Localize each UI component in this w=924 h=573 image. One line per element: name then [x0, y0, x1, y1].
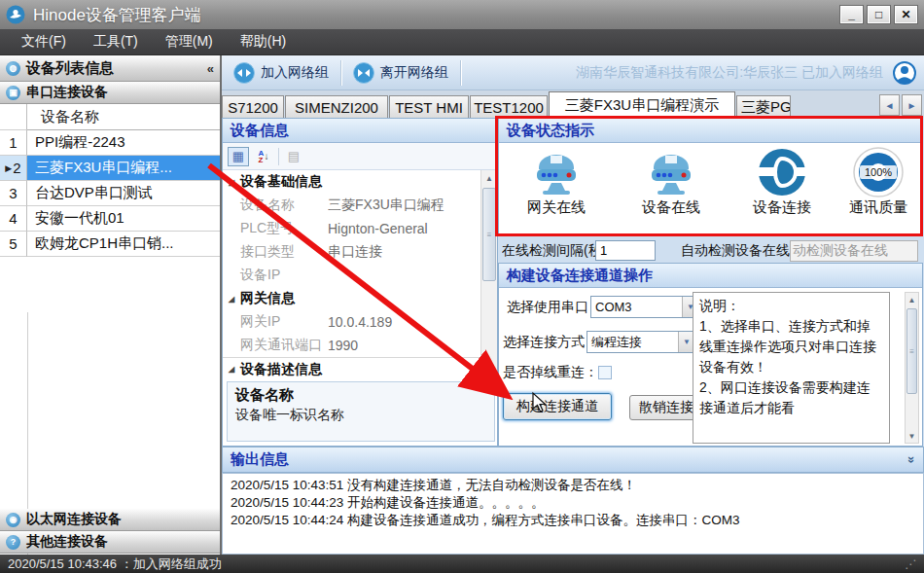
collapse-output-icon[interactable]: » [905, 456, 919, 463]
device-connect-icon [756, 147, 808, 197]
prop-interface-type[interactable]: 接口类型 串口连接 [223, 240, 480, 264]
menu-tools[interactable]: 工具(T) [82, 30, 150, 54]
channel-scrollbar[interactable]: ▲ ≡ ▼ [905, 292, 919, 444]
prop-plc-model[interactable]: PLC型号 Hignton-General [223, 217, 480, 240]
property-grid-toolbar: ▦ AZ↓ ▤ [223, 143, 497, 170]
scroll-down-icon[interactable]: ▼ [481, 362, 497, 377]
property-grid-scrollbar[interactable]: ▲ ≡ ▼ [480, 170, 497, 377]
status-bar-text: 2020/5/15 10:43:46 ：加入网络组成功 [8, 555, 222, 573]
join-network-icon [233, 62, 255, 84]
device-row-4[interactable]: 4 安徽一代机01 [0, 206, 220, 232]
tab-simenzi200[interactable]: SIMENZI200 [285, 95, 388, 118]
user-avatar-icon[interactable] [893, 61, 916, 85]
property-pages-icon: ▤ [283, 147, 304, 166]
maximize-button[interactable]: □ [867, 5, 891, 24]
log-line: 2020/5/15 10:43:51 没有构建连接通道，无法自动检测设备是否在线… [231, 477, 915, 494]
gateway-online-icon [528, 147, 585, 197]
device-info-panel: 设备信息 ▦ AZ↓ ▤ ◢ 设备基础信息 设备名称 三菱FX3U串口编程 PL… [222, 118, 498, 447]
category-expander-icon: ◢ [223, 178, 240, 187]
serial-port-row: 选择使用串口 COM3 ▼ [507, 296, 699, 318]
device-row-1[interactable]: 1 PPI编程-2243 [0, 130, 220, 156]
tab-s71200[interactable]: S71200 [222, 95, 284, 118]
tab-mitsubishi-pg[interactable]: 三菱PG演示 [736, 95, 791, 118]
resize-grip-icon[interactable]: ⋰ [905, 557, 916, 571]
scroll-up-icon[interactable]: ▲ [906, 293, 918, 306]
scrollbar-thumb[interactable]: ≡ [482, 188, 496, 281]
category-device-description[interactable]: ◢ 设备描述信息 [223, 357, 480, 377]
scroll-down-icon[interactable]: ▼ [906, 429, 918, 443]
company-status-text: 湖南华辰智通科技有限公司:华辰张三 已加入网络组 [576, 64, 883, 82]
device-connect-indicator: 设备连接 [729, 143, 835, 234]
device-online-label: 设备在线 [642, 198, 700, 217]
gateway-online-indicator: 网关在线 [499, 143, 614, 234]
auto-detect-label: 自动检测设备在线 [681, 242, 790, 260]
channel-note-box: 说明： 1、选择串口、连接方式和掉线重连操作选项只对串口连接设备有效！ 2、网口… [693, 292, 890, 444]
section-other-label: 其他连接设备 [26, 533, 108, 551]
device-row-5[interactable]: 5 欧姆龙CP1H串口销... [0, 232, 220, 257]
device-online-indicator: 设备在线 [614, 143, 729, 234]
serial-port-label: 选择使用串口 [507, 299, 588, 316]
scrollbar-thumb[interactable]: ≡ [906, 308, 917, 394]
tab-mitsubishi-fx3u-active[interactable]: 三菱FX3U串口编程演示 [549, 91, 735, 118]
device-tab-strip: S71200 SIMENZI200 TEST HMI TEST1200 三菱FX… [222, 90, 924, 118]
description-title: 设备名称 [235, 386, 486, 405]
status-bar: 2020/5/15 10:43:46 ：加入网络组成功 ⋰ [0, 555, 924, 573]
property-description-box: 设备名称 设备唯一标识名称 [227, 381, 495, 442]
categorized-view-icon[interactable]: ▦ [228, 147, 249, 166]
description-text: 设备唯一标识名称 [235, 407, 486, 424]
serial-port-select[interactable]: COM3 ▼ [590, 296, 699, 318]
section-other-devices[interactable]: ? 其他连接设备 [0, 531, 220, 554]
ethernet-device-icon: ◉ [6, 513, 20, 527]
device-online-icon [643, 147, 699, 197]
output-log-area[interactable]: 2020/5/15 10:43:51 没有构建连接通道，无法自动检测设备是否在线… [222, 473, 924, 555]
window-title: Hinode设备管理客户端 [33, 4, 839, 26]
menu-manage[interactable]: 管理(M) [154, 30, 225, 54]
detect-interval-input[interactable] [595, 240, 656, 261]
reconnect-checkbox[interactable] [598, 366, 612, 379]
section-serial-label: 串口连接设备 [26, 84, 108, 101]
prop-device-name[interactable]: 设备名称 三菱FX3U串口编程 [223, 194, 480, 217]
device-connect-label: 设备连接 [753, 198, 811, 217]
auto-detect-button-disabled[interactable]: 动检测设备在线 [790, 240, 918, 262]
connect-mode-select[interactable]: 编程连接 ▼ [586, 331, 695, 353]
comm-quality-indicator: 100% 通讯质量 [835, 143, 921, 234]
section-ethernet-devices[interactable]: ◉ 以太网连接设备 [0, 509, 220, 531]
prop-device-ip[interactable]: 设备IP [223, 264, 480, 287]
close-button[interactable]: ✕ [894, 5, 918, 24]
prop-gateway-ip[interactable]: 网关IP 10.0.4.189 [223, 310, 480, 334]
collapse-sidebar-button[interactable]: « [207, 61, 214, 76]
device-status-panel: 设备状态指示 网关在线 设备在线 [498, 118, 923, 234]
scroll-up-icon[interactable]: ▲ [481, 170, 497, 186]
prop-gateway-port[interactable]: 网关通讯端口 1990 [223, 334, 480, 357]
network-toolbar: 加入网络组 离开网络组 湖南华辰智通科技有限公司:华辰张三 已加入网络组 [222, 55, 924, 90]
log-line: 2020/5/15 10:44:24 构建设备连接通道成功，编程方式连接串口设备… [231, 512, 915, 529]
channel-operation-panel: 构建设备连接通道操作 选择使用串口 COM3 ▼ 选择连接方式 编程连接 ▼ 是… [498, 263, 923, 447]
category-device-basic[interactable]: ◢ 设备基础信息 [223, 170, 480, 194]
device-table: 设备名称 1 PPI编程-2243 ▶2 三菱FX3U串口编程... 3 台达D… [0, 104, 220, 257]
join-network-button[interactable]: 加入网络组 [222, 59, 340, 87]
log-line: 2020/5/15 10:44:23 开始构建设备连接通道。。。。。 [231, 494, 915, 512]
tab-test1200[interactable]: TEST1200 [470, 95, 548, 118]
tab-scroll-left-icon[interactable]: ◄ [879, 94, 900, 116]
toolbar-separator [460, 60, 461, 86]
build-channel-button[interactable]: 构建连接通道 [503, 393, 612, 420]
sidebar-header-label: 设备列表信息 [26, 59, 114, 78]
category-gateway-info[interactable]: ◢ 网关信息 [223, 287, 480, 310]
leave-network-label: 离开网络组 [380, 64, 448, 82]
serial-device-icon: ▣ [6, 86, 20, 100]
section-serial-devices[interactable]: ▣ 串口连接设备 [0, 82, 220, 104]
sort-az-icon[interactable]: AZ↓ [253, 147, 274, 166]
tab-test-hmi[interactable]: TEST HMI [389, 95, 469, 118]
minimize-button[interactable]: _ [839, 5, 864, 24]
menu-file[interactable]: 文件(F) [10, 30, 78, 54]
device-row-2-selected[interactable]: ▶2 三菱FX3U串口编程... [0, 156, 220, 181]
connect-mode-label: 选择连接方式 [503, 334, 585, 351]
device-row-3[interactable]: 3 台达DVP串口测试 [0, 181, 220, 206]
section-ethernet-label: 以太网连接设备 [26, 511, 122, 528]
svg-text:100%: 100% [865, 166, 892, 178]
leave-network-icon [353, 62, 374, 84]
tab-scroll-right-icon[interactable]: ► [902, 94, 922, 116]
comm-quality-label: 通讯质量 [849, 198, 907, 217]
leave-network-button[interactable]: 离开网络组 [341, 59, 460, 87]
menu-help[interactable]: 帮助(H) [229, 30, 298, 54]
